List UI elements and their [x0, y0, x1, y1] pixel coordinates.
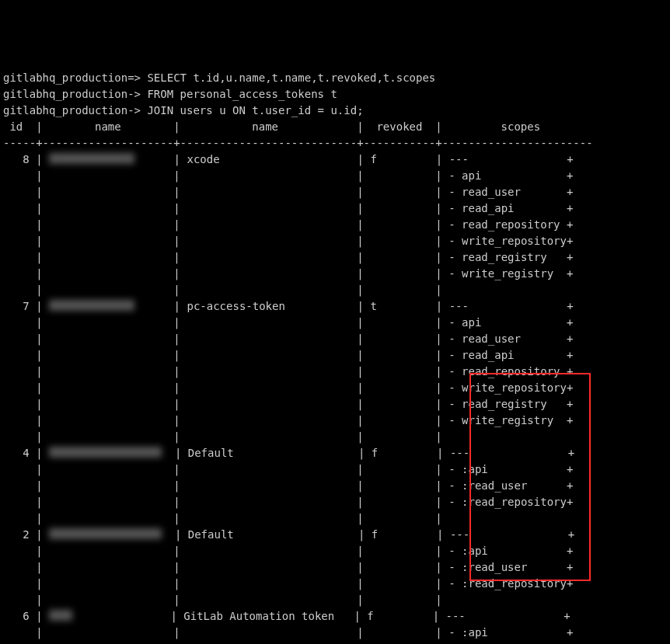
cell-revoked: f	[372, 528, 431, 541]
table-header: id | name | name | revoked | scopes	[3, 120, 593, 133]
cell-revoked	[370, 235, 429, 247]
cell-id	[3, 561, 30, 573]
cell-id	[3, 398, 30, 410]
cell-revoked: f	[370, 153, 429, 165]
cell-tname	[187, 365, 351, 378]
cell-id	[3, 332, 30, 345]
cell-scope: - write_registry +	[448, 414, 573, 426]
cell-uname	[49, 349, 167, 361]
cell-id	[3, 365, 30, 378]
cell-scope: - read_repository +	[448, 218, 573, 231]
cell-scope: - :api +	[448, 626, 573, 639]
cell-revoked: t	[370, 300, 429, 312]
cell-tname	[187, 561, 351, 573]
cell-uname	[49, 577, 167, 590]
cell-scope: - :read_repository+	[448, 577, 573, 590]
cell-tname	[187, 463, 351, 475]
cell-uname	[49, 202, 167, 214]
cell-id	[3, 251, 30, 263]
psql-prompt: gitlabhq_production=>	[3, 71, 147, 84]
cell-revoked	[370, 414, 429, 426]
cell-revoked	[370, 267, 429, 280]
cell-id	[3, 169, 30, 182]
cell-revoked	[370, 561, 429, 573]
cell-scope: --- +	[449, 300, 574, 312]
cell-scope: - write_repository+	[448, 381, 573, 394]
cell-tname	[187, 577, 351, 590]
cell-scope: --- +	[450, 528, 574, 541]
cell-scope: - read_repository +	[448, 365, 573, 378]
cell-tname	[187, 381, 351, 394]
cell-revoked	[370, 479, 429, 492]
cell-scope: - :read_user +	[448, 479, 573, 492]
cell-tname	[187, 202, 351, 214]
cell-uname	[49, 251, 167, 263]
cell-uname	[49, 381, 167, 394]
cell-tname	[187, 251, 351, 263]
cell-uname	[49, 365, 167, 378]
cell-tname: xcode	[187, 153, 351, 165]
cell-tname	[187, 218, 351, 231]
cell-id	[3, 316, 30, 329]
cell-id	[3, 496, 30, 508]
cell-uname	[49, 545, 167, 557]
cell-revoked	[370, 545, 429, 557]
cell-scope: - api +	[448, 316, 573, 329]
cell-scope: - read_user +	[448, 332, 573, 345]
cell-id: 7	[3, 300, 30, 312]
psql-prompt: gitlabhq_production->	[3, 104, 147, 117]
cell-uname: xxxxxx	[49, 153, 167, 165]
cell-uname	[49, 398, 167, 410]
cell-tname	[187, 267, 351, 280]
cell-scope: - read_registry +	[448, 398, 573, 410]
cell-tname	[187, 186, 351, 198]
cell-id: 4	[3, 447, 30, 459]
cell-tname	[187, 316, 351, 329]
cell-revoked: f	[372, 447, 431, 459]
psql-prompt: gitlabhq_production->	[3, 88, 147, 100]
sql-line: SELECT t.id,u.name,t.name,t.revoked,t.sc…	[147, 71, 435, 84]
cell-uname	[49, 561, 167, 573]
table-row-gap: | | | |	[3, 594, 448, 606]
cell-revoked	[370, 332, 429, 345]
cell-scope: - write_registry +	[448, 267, 573, 280]
cell-scope: - :api +	[448, 545, 573, 557]
cell-uname	[49, 186, 167, 198]
cell-revoked	[370, 186, 429, 198]
cell-tname	[187, 626, 351, 639]
cell-scope: --- +	[450, 447, 574, 459]
cell-tname	[187, 545, 351, 557]
cell-uname	[49, 218, 167, 231]
cell-id	[3, 463, 30, 475]
cell-revoked	[370, 398, 429, 410]
cell-tname	[187, 414, 351, 426]
cell-uname	[49, 267, 167, 280]
cell-scope: - read_user +	[448, 186, 573, 198]
cell-revoked	[370, 381, 429, 394]
cell-id	[3, 267, 30, 280]
cell-scope: - read_api +	[448, 202, 573, 214]
cell-revoked	[370, 251, 429, 263]
cell-uname	[49, 479, 167, 492]
cell-uname	[49, 626, 167, 639]
cell-revoked	[370, 169, 429, 182]
cell-id	[3, 414, 30, 426]
cell-tname	[187, 332, 351, 345]
table-row-gap: | | | |	[3, 430, 448, 443]
cell-revoked	[370, 316, 429, 329]
cell-uname: xxxxxx	[49, 300, 167, 312]
cell-scope: - api +	[448, 169, 573, 182]
cell-uname	[49, 169, 167, 182]
cell-tname	[187, 398, 351, 410]
cell-id	[3, 479, 30, 492]
cell-uname: xxxxxx	[49, 610, 164, 622]
cell-revoked	[370, 349, 429, 361]
cell-tname: pc-access-token	[187, 300, 351, 312]
cell-uname: xxxxxx	[49, 447, 168, 459]
cell-id	[3, 218, 30, 231]
cell-id: 8	[3, 153, 30, 165]
cell-revoked	[370, 218, 429, 231]
cell-uname	[49, 463, 167, 475]
cell-revoked	[370, 577, 429, 590]
cell-scope: --- +	[449, 153, 574, 165]
